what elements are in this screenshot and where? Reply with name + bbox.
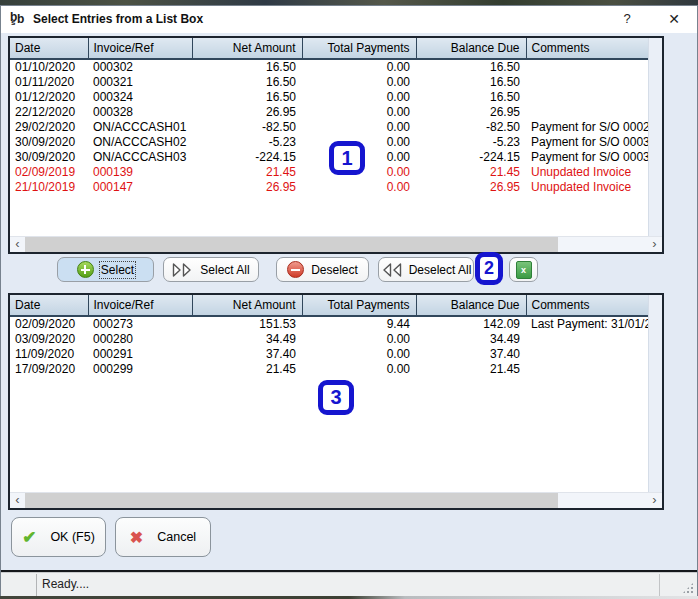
col-date: Date	[10, 295, 88, 316]
close-icon[interactable]: ✕	[663, 9, 685, 29]
cell-date: 29/02/2020	[10, 120, 88, 135]
col-date: Date	[10, 38, 88, 59]
cell-date: 17/09/2020	[10, 362, 88, 377]
table-header: Date Invoice/Ref Net Amount Total Paymen…	[10, 38, 648, 59]
cell-net-amount: 16.50	[192, 90, 302, 105]
horizontal-scrollbar[interactable]: ‹ ›	[10, 492, 662, 508]
cell-net-amount: -224.15	[192, 150, 302, 165]
cell-net-amount: 26.95	[192, 105, 302, 120]
cell-date: 30/09/2020	[10, 135, 88, 150]
select-button-label: Select	[101, 263, 134, 277]
table-row[interactable]: 01/11/2020 000321 16.50 0.00 16.50	[10, 75, 648, 90]
cell-comments	[526, 347, 648, 362]
select-button[interactable]: Select	[57, 257, 154, 282]
cell-invoice-ref: ON/ACCCASH02	[88, 135, 192, 150]
cell-total-payments: 0.00	[302, 105, 416, 120]
annotation-step-3: 3	[318, 380, 354, 415]
resize-grip[interactable]	[682, 582, 694, 594]
cell-date: 22/12/2020	[10, 105, 88, 120]
cell-comments: Last Payment: 31/01/20	[526, 316, 648, 332]
deselect-button[interactable]: Deselect	[276, 257, 369, 282]
cell-date: 01/11/2020	[10, 75, 88, 90]
window-title: Select Entries from a List Box	[33, 12, 203, 26]
cell-balance-due: 16.50	[416, 59, 526, 75]
deselect-all-button-label: Deselect All	[409, 263, 472, 277]
cell-invoice-ref: 000273	[88, 316, 192, 332]
cell-comments	[526, 75, 648, 90]
plus-circle-icon	[77, 261, 94, 278]
cell-invoice-ref: 000321	[88, 75, 192, 90]
horizontal-scrollbar[interactable]: ‹ ›	[10, 236, 662, 252]
cell-balance-due: -224.15	[416, 150, 526, 165]
cell-comments	[526, 332, 648, 347]
table-row[interactable]: 22/12/2020 000328 26.95 0.00 26.95	[10, 105, 648, 120]
scroll-left-icon[interactable]: ‹	[10, 493, 25, 508]
vertical-scrollbar[interactable]	[648, 295, 662, 493]
ok-button[interactable]: ✔ OK (F5)	[11, 517, 106, 557]
cell-comments: Unupdated Invoice	[526, 165, 648, 180]
statusbar-separator	[36, 574, 37, 596]
cell-balance-due: 16.50	[416, 90, 526, 105]
select-all-button-label: Select All	[200, 263, 249, 277]
cell-net-amount: 16.50	[192, 59, 302, 75]
scroll-right-icon[interactable]: ›	[647, 237, 662, 252]
table-row[interactable]: 01/12/2020 000324 16.50 0.00 16.50	[10, 90, 648, 105]
annotation-step-1: 1	[329, 141, 365, 175]
table-row[interactable]: 11/09/2020 000291 37.40 0.00 37.40	[10, 347, 648, 362]
cell-net-amount: 16.50	[192, 75, 302, 90]
status-bar: Ready....	[1, 572, 697, 596]
table-row[interactable]: 01/10/2020 000302 16.50 0.00 16.50	[10, 59, 648, 75]
cell-total-payments: 0.00	[302, 120, 416, 135]
green-check-icon: ✔	[22, 527, 36, 548]
scrollbar-thumb[interactable]	[25, 493, 558, 508]
cell-comments	[526, 90, 648, 105]
title-bar: b s b Select Entries from a List Box ? ✕	[1, 6, 697, 33]
help-button[interactable]: ?	[616, 9, 638, 29]
col-total-payments: Total Payments	[302, 295, 416, 316]
cell-comments: Payment for S/O 000371	[526, 150, 648, 165]
cell-total-payments: 0.00	[302, 180, 416, 195]
vertical-scrollbar[interactable]	[648, 38, 662, 237]
cell-net-amount: 151.53	[192, 316, 302, 332]
cell-balance-due: 37.40	[416, 347, 526, 362]
red-x-icon: ✖	[130, 528, 143, 547]
select-all-button[interactable]: Select All	[163, 257, 259, 282]
col-invoice-ref: Invoice/Ref	[88, 38, 192, 59]
col-total-payments: Total Payments	[302, 38, 416, 59]
cell-invoice-ref: 000280	[88, 332, 192, 347]
cell-date: 11/09/2020	[10, 347, 88, 362]
cell-total-payments: 0.00	[302, 59, 416, 75]
table-row[interactable]: 17/09/2020 000299 21.45 0.00 21.45	[10, 362, 648, 377]
col-balance-due: Balance Due	[416, 38, 526, 59]
cell-total-payments: 0.00	[302, 332, 416, 347]
cell-date: 01/12/2020	[10, 90, 88, 105]
statusbar-separator	[659, 574, 660, 596]
double-left-arrow-icon	[381, 263, 402, 277]
cell-balance-due: -5.23	[416, 135, 526, 150]
cell-net-amount: 26.95	[192, 180, 302, 195]
table-row[interactable]: 03/09/2020 000280 34.49 0.00 34.49	[10, 332, 648, 347]
table-row[interactable]: 02/09/2020 000273 151.53 9.44 142.09 Las…	[10, 316, 648, 332]
col-invoice-ref: Invoice/Ref	[88, 295, 192, 316]
table-row[interactable]: 21/10/2019 000147 26.95 0.00 26.95 Unupd…	[10, 180, 648, 195]
col-balance-due: Balance Due	[416, 295, 526, 316]
cell-comments	[526, 362, 648, 377]
export-to-excel-button[interactable]: x	[509, 257, 538, 282]
cell-date: 21/10/2019	[10, 180, 88, 195]
cell-date: 03/09/2020	[10, 332, 88, 347]
annotation-step-2: 2	[475, 252, 503, 285]
cell-balance-due: 21.45	[416, 165, 526, 180]
scrollbar-thumb[interactable]	[25, 237, 558, 252]
cell-invoice-ref: ON/ACCCASH01	[88, 120, 192, 135]
deselect-all-button[interactable]: Deselect All	[378, 257, 474, 282]
cell-invoice-ref: 000302	[88, 59, 192, 75]
table-header: Date Invoice/Ref Net Amount Total Paymen…	[10, 295, 648, 316]
scroll-right-icon[interactable]: ›	[647, 493, 662, 508]
scroll-left-icon[interactable]: ‹	[10, 237, 25, 252]
cancel-button[interactable]: ✖ Cancel	[115, 517, 211, 557]
cell-date: 02/09/2019	[10, 165, 88, 180]
table-row[interactable]: 29/02/2020 ON/ACCCASH01 -82.50 0.00 -82.…	[10, 120, 648, 135]
cell-date: 01/10/2020	[10, 59, 88, 75]
cell-balance-due: 21.45	[416, 362, 526, 377]
cell-balance-due: 34.49	[416, 332, 526, 347]
